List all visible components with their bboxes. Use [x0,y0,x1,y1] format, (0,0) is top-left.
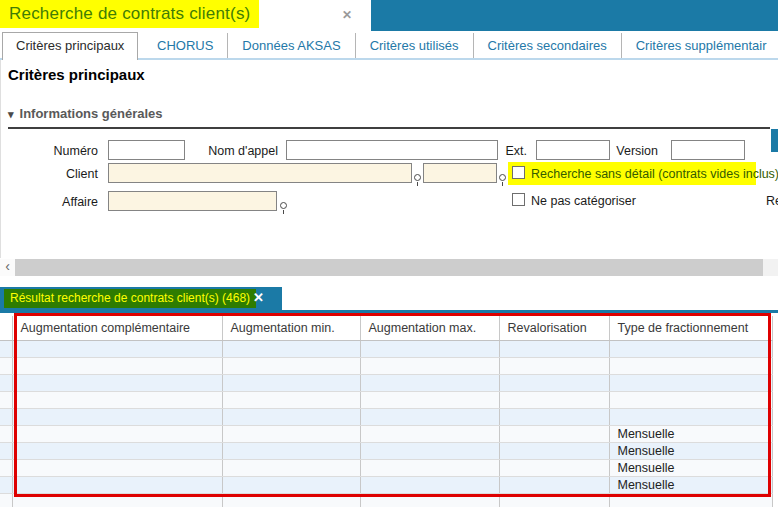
numero-field[interactable] [108,140,185,160]
nom-appel-label: Nom d'appel [178,144,278,158]
column-header[interactable]: Type de fractionnement [609,316,772,340]
client-lookup-icon-1[interactable] [413,174,421,186]
document-tab-close-icon[interactable]: ✕ [342,8,352,22]
column-header[interactable]: Augmentation max. [360,316,499,340]
client-lookup-icon-2[interactable] [498,174,506,186]
results-tab-close-icon[interactable]: ✕ [253,290,264,305]
table-row[interactable]: Mensuelle [0,476,772,493]
table-row[interactable]: Mensuelle [0,442,772,459]
client-label: Client [18,167,98,181]
clipped-right-label: Re [766,194,778,208]
column-header[interactable]: Revalorisation [499,316,609,340]
recherche-sans-detail-label: Recherche sans détail (contrats vides in… [531,167,778,181]
app-window: Recherche de contrats client(s) ✕ Critèr… [0,0,778,507]
ne-pas-categoriser-label: Ne pas catégoriser [531,194,636,208]
affaire-field[interactable] [108,191,277,211]
results-tab[interactable]: Résultat recherche de contrats client(s)… [0,287,282,310]
ext-label: Ext. [467,144,527,158]
results-grid: Augmentation complémentaire Augmentation… [0,313,778,507]
scrollbar-left-arrow-icon[interactable]: ‹ [0,259,15,276]
client-field-2[interactable] [423,163,497,183]
recherche-sans-detail-checkbox[interactable] [512,166,525,179]
row-gutter-header [0,316,12,340]
column-header[interactable]: Augmentation min. [222,316,360,340]
tabbar: CHORUS Données AKSAS Critères utilisés C… [143,33,778,58]
affaire-lookup-icon[interactable] [279,202,287,214]
table-row[interactable] [0,408,772,425]
table-row[interactable] [0,374,772,391]
panel-left-border [0,60,1,258]
horizontal-scrollbar[interactable]: ‹ [0,259,778,276]
document-tab-title[interactable]: Recherche de contrats client(s) [0,0,259,28]
section-title: Informations générales [20,106,163,121]
table-row[interactable] [0,391,772,408]
tab-criteres-secondaires[interactable]: Critères secondaires [474,33,622,58]
page-title: Critères principaux [8,66,145,83]
results-tab-label: Résultat recherche de contrats client(s)… [4,289,256,308]
table-row[interactable] [0,357,772,374]
tab-strip-background [371,0,778,31]
tab-donnees-aksas[interactable]: Données AKSAS [228,33,355,58]
affaire-label: Affaire [18,195,98,209]
section-informations-generales[interactable]: ▾Informations générales [8,106,163,121]
table-row[interactable]: Mensuelle [0,459,772,476]
tab-criteres-utilises[interactable]: Critères utilisés [356,33,474,58]
ne-pas-categoriser-checkbox[interactable] [512,193,525,206]
tab-criteres-principaux[interactable]: Critères principaux [2,32,138,60]
numero-label: Numéro [18,144,98,158]
tab-chorus[interactable]: CHORUS [143,33,228,58]
client-field-1[interactable] [108,163,412,183]
column-header[interactable]: Augmentation complémentaire [12,316,222,340]
table-row[interactable]: Mensuelle [0,425,772,442]
version-label: Version [598,144,658,158]
table-row[interactable] [0,493,772,507]
table-row[interactable] [0,340,772,357]
table-header-row: Augmentation complémentaire Augmentation… [0,316,772,340]
scrollbar-thumb[interactable] [15,259,763,276]
version-field[interactable] [671,140,745,160]
section-divider [8,127,770,129]
right-edge-accent [771,129,778,152]
tab-criteres-supplementaires[interactable]: Critères supplémentair [622,33,778,58]
collapse-arrow-icon[interactable]: ▾ [8,108,14,120]
